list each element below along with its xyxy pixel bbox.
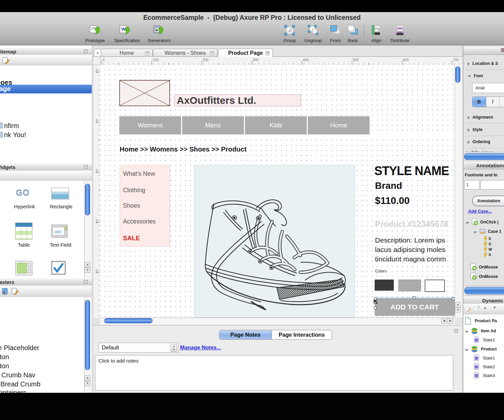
svg-text:x: x — [3, 290, 6, 295]
svg-text:abc: abc — [54, 229, 61, 234]
